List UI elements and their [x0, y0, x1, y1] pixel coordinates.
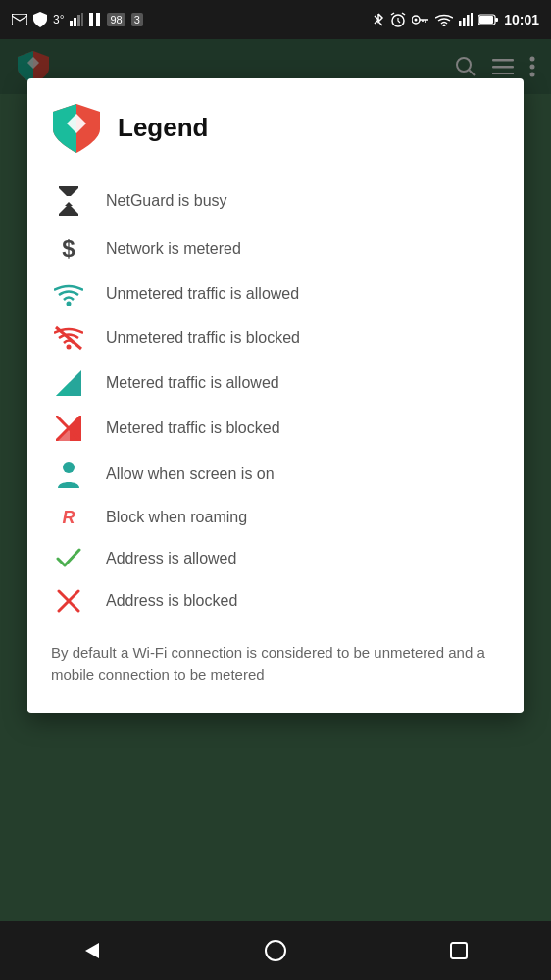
x-icon: [57, 589, 80, 612]
wifi-status-icon: [435, 14, 453, 26]
svg-marker-31: [56, 382, 70, 396]
signal-icon: [70, 13, 83, 26]
dollar-icon: $: [62, 235, 75, 263]
netguard-logo-icon: [51, 102, 102, 153]
legend-label-addr-blocked: Address is blocked: [106, 591, 237, 612]
svg-rect-0: [12, 14, 27, 25]
battery-icon: [478, 14, 498, 25]
cell-blocked-icon: [56, 416, 81, 441]
legend-footer: By default a Wi-Fi connection is conside…: [51, 642, 500, 686]
pause-icon: [89, 13, 101, 26]
home-circle-icon: [264, 939, 287, 962]
svg-point-28: [67, 345, 72, 350]
svg-rect-14: [471, 13, 473, 26]
legend-dialog: Legend NetGuard is busy $ Network is met…: [27, 78, 524, 713]
legend-label-unmetered-blocked: Unmetered traffic is blocked: [106, 328, 300, 349]
legend-items: NetGuard is busy $ Network is metered Un…: [51, 176, 500, 622]
svg-rect-16: [479, 16, 493, 24]
legend-item-screen-on: Allow when screen is on: [51, 451, 500, 498]
temp-indicator: 3°: [53, 13, 64, 26]
legend-label-metered-allowed: Metered traffic is allowed: [106, 373, 279, 394]
legend-label-unmetered-allowed: Unmetered traffic is allowed: [106, 284, 299, 305]
svg-rect-6: [96, 13, 100, 26]
legend-label-metered-network: Network is metered: [106, 239, 241, 260]
message-icon: [12, 14, 27, 25]
svg-rect-5: [89, 13, 93, 26]
cell-red-icon-cell: [51, 416, 86, 441]
svg-point-36: [63, 462, 75, 473]
wifi-red-icon-cell: [51, 325, 86, 351]
x-icon-cell: [51, 589, 86, 612]
shield-status-icon: [33, 12, 47, 27]
back-button[interactable]: [68, 926, 117, 975]
badge-3: 3: [131, 13, 143, 26]
recent-apps-button[interactable]: [434, 926, 483, 975]
status-bar: 3° 98 3: [0, 0, 551, 39]
check-icon-cell: [51, 548, 86, 569]
recent-apps-icon: [449, 941, 469, 960]
dialog-header: Legend: [51, 102, 500, 153]
svg-rect-1: [70, 21, 73, 26]
legend-item-busy: NetGuard is busy: [51, 176, 500, 225]
roaming-r-icon-cell: R: [51, 508, 86, 528]
svg-rect-12: [463, 18, 466, 26]
legend-item-addr-blocked: Address is blocked: [51, 579, 500, 622]
back-arrow-icon: [81, 940, 103, 961]
legend-label-roaming: Block when roaming: [106, 508, 247, 528]
roaming-r-icon: R: [63, 508, 75, 528]
legend-item-metered-network: $ Network is metered: [51, 225, 500, 272]
wifi-teal-icon-cell: [51, 282, 86, 306]
svg-rect-4: [81, 13, 83, 26]
svg-point-27: [67, 302, 72, 307]
alarm-icon: [390, 12, 406, 27]
bottom-nav: [0, 921, 551, 980]
badge-98: 98: [107, 13, 125, 26]
svg-rect-26: [59, 214, 78, 216]
hourglass-icon-cell: [51, 186, 86, 216]
person-icon: [56, 461, 81, 488]
svg-rect-2: [74, 18, 76, 26]
legend-label-addr-allowed: Address is allowed: [106, 549, 236, 569]
home-button[interactable]: [251, 926, 300, 975]
hourglass-icon: [57, 186, 80, 216]
svg-rect-11: [459, 21, 462, 26]
person-icon-cell: [51, 461, 86, 488]
bluetooth-icon: [374, 12, 384, 27]
svg-rect-3: [77, 15, 80, 26]
svg-point-40: [266, 941, 285, 960]
svg-marker-39: [85, 943, 99, 958]
cell-teal-icon-cell: [51, 370, 86, 396]
legend-item-unmetered-allowed: Unmetered traffic is allowed: [51, 272, 500, 316]
svg-point-10: [443, 24, 446, 26]
dialog-title: Legend: [118, 113, 208, 143]
svg-rect-17: [495, 18, 498, 22]
status-bar-right: 10:01: [374, 12, 539, 27]
legend-label-busy: NetGuard is busy: [106, 191, 227, 212]
legend-item-roaming: R Block when roaming: [51, 498, 500, 538]
svg-point-9: [415, 19, 418, 22]
status-bar-left: 3° 98 3: [12, 12, 143, 27]
legend-item-metered-allowed: Metered traffic is allowed: [51, 361, 500, 406]
legend-item-metered-blocked: Metered traffic is blocked: [51, 406, 500, 451]
vpn-key-icon: [412, 15, 429, 24]
wifi-blocked-icon: [54, 325, 83, 351]
legend-item-addr-allowed: Address is allowed: [51, 538, 500, 579]
check-icon: [56, 548, 81, 569]
svg-rect-13: [467, 15, 470, 26]
cell-allowed-icon: [56, 370, 81, 396]
dollar-icon-cell: $: [51, 235, 86, 263]
legend-item-unmetered-blocked: Unmetered traffic is blocked: [51, 316, 500, 361]
signal-strength-icon: [459, 13, 473, 26]
clock: 10:01: [504, 12, 539, 27]
legend-label-screen-on: Allow when screen is on: [106, 465, 275, 485]
svg-rect-41: [451, 943, 467, 958]
svg-rect-25: [59, 186, 78, 188]
wifi-allowed-icon: [54, 282, 83, 306]
legend-label-metered-blocked: Metered traffic is blocked: [106, 418, 280, 439]
